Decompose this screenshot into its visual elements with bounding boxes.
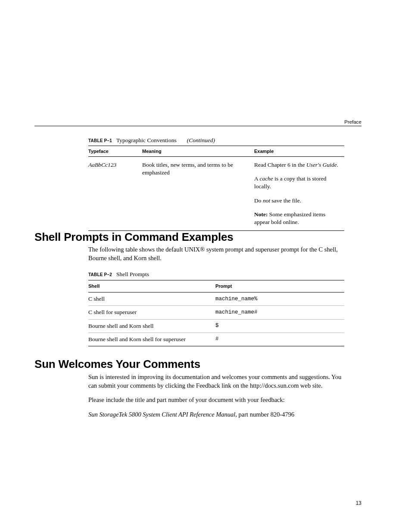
doc-title-italic: Sun StorageTek 5800 System Client API Re… — [88, 411, 235, 418]
paragraph: Sun StorageTek 5800 System Client API Re… — [88, 411, 344, 419]
cell-shell: C shell for superuser — [88, 306, 215, 319]
cell-typeface: AaBbCc123 — [88, 157, 142, 231]
running-header: Preface — [344, 119, 361, 124]
cell-shell: Bourne shell and Korn shell for superuse… — [88, 333, 215, 346]
text: Do — [254, 197, 263, 204]
table-p1: Typeface Meaning Example AaBbCc123 Book … — [88, 146, 344, 231]
example-line: Read Chapter 6 in the User's Guide. — [254, 161, 340, 169]
cell-prompt: # — [215, 333, 344, 346]
table-row: Bourne shell and Korn shell for superuse… — [88, 333, 344, 346]
example-line: Do not save the file. — [254, 197, 340, 205]
table-p2-block: TABLE P–2Shell Prompts Shell Prompt C sh… — [88, 271, 344, 346]
table-p2-title: Shell Prompts — [116, 271, 149, 277]
table-row: Shell Prompt — [88, 280, 344, 292]
paragraph: Sun is interested in improving its docum… — [88, 373, 344, 390]
example-line: A cache is a copy that is stored locally… — [254, 175, 340, 190]
comments-body: Sun is interested in improving its docum… — [88, 373, 344, 425]
th-meaning: Meaning — [142, 146, 254, 157]
table-p2: Shell Prompt C shell machine_name% C she… — [88, 280, 344, 346]
th-example: Example — [254, 146, 344, 157]
table-row: C shell for superuser machine_name# — [88, 306, 344, 319]
heading-shell-prompts: Shell Prompts in Command Examples — [34, 230, 234, 244]
text-italic: not — [263, 197, 270, 204]
th-prompt: Prompt — [215, 280, 344, 292]
table-p2-caption: TABLE P–2Shell Prompts — [88, 271, 344, 278]
text: A — [254, 175, 259, 182]
cell-prompt: machine_name% — [215, 292, 344, 306]
text: , part number 820-4796 — [235, 411, 294, 418]
cell-shell: C shell — [88, 292, 215, 306]
paragraph: The following table shows the default UN… — [88, 246, 344, 262]
th-typeface: Typeface — [88, 146, 142, 157]
cell-prompt: machine_name# — [215, 306, 344, 319]
cell-prompt: $ — [215, 319, 344, 333]
table-p1-block: TABLE P–1Typographic Conventions(Continu… — [88, 137, 344, 231]
text: . — [337, 162, 338, 168]
text-bold: Note: — [254, 211, 268, 218]
table-row: Typeface Meaning Example — [88, 146, 344, 157]
text: Read Chapter 6 in the — [254, 162, 306, 168]
table-row: AaBbCc123 Book titles, new terms, and te… — [88, 157, 344, 231]
shell-intro-paragraph: The following table shows the default UN… — [88, 246, 344, 268]
table-p2-label: TABLE P–2 — [88, 272, 112, 277]
table-p1-continued: (Continued) — [187, 137, 215, 143]
th-shell: Shell — [88, 280, 215, 292]
table-row: Bourne shell and Korn shell $ — [88, 319, 344, 333]
table-p1-title: Typographic Conventions — [116, 137, 177, 143]
page-number: 13 — [356, 500, 361, 506]
heading-comments: Sun Welcomes Your Comments — [34, 358, 200, 371]
text: save the file. — [270, 197, 301, 204]
text-italic: cache — [259, 175, 273, 182]
table-row: C shell machine_name% — [88, 292, 344, 306]
text-italic: User's Guide — [306, 162, 337, 168]
example-line: Note: Some emphasized items appear bold … — [254, 211, 340, 226]
cell-shell: Bourne shell and Korn shell — [88, 319, 215, 333]
cell-example: Read Chapter 6 in the User's Guide. A ca… — [254, 157, 344, 231]
paragraph: Please include the title and part number… — [88, 396, 344, 404]
cell-meaning: Book titles, new terms, and terms to be … — [142, 157, 254, 231]
table-p1-label: TABLE P–1 — [88, 138, 112, 143]
table-p1-caption: TABLE P–1Typographic Conventions(Continu… — [88, 137, 344, 144]
header-rule — [34, 126, 361, 126]
